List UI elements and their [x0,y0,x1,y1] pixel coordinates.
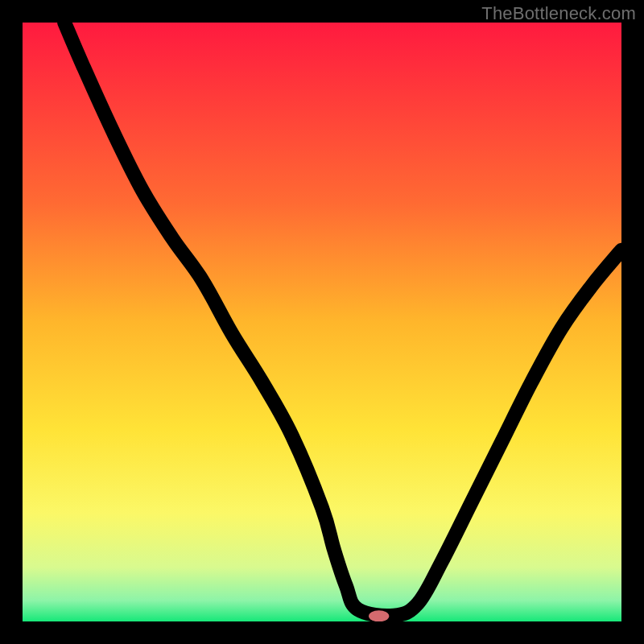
chart-container: TheBottleneck.com [0,0,644,644]
bottleneck-plot [23,23,621,621]
watermark-text: TheBottleneck.com [481,3,636,24]
optimal-point-marker [369,610,389,621]
